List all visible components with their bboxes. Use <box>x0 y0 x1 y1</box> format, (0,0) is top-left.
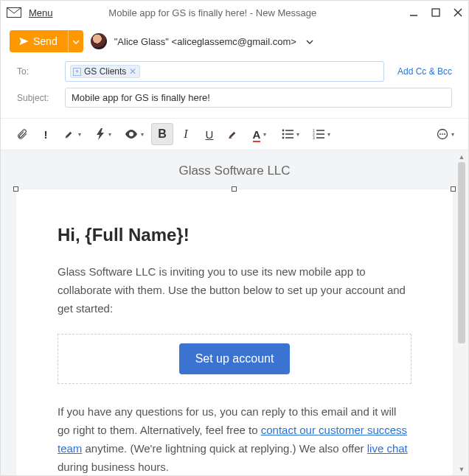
vertical-scrollbar[interactable]: ▲ ▼ <box>456 152 467 475</box>
brush-red-icon <box>227 128 239 140</box>
sender-dropdown[interactable] <box>306 36 313 47</box>
scrollbar-thumb[interactable] <box>458 162 465 343</box>
header-fields: To: + GS Clients ✕ Add Cc & Bcc Subject: <box>1 61 468 118</box>
remove-chip-icon[interactable]: ✕ <box>129 66 136 77</box>
italic-button[interactable]: I <box>175 123 197 145</box>
send-icon <box>18 36 29 46</box>
scroll-down-button[interactable]: ▼ <box>456 464 467 475</box>
svg-rect-6 <box>229 138 232 139</box>
svg-rect-8 <box>285 130 293 131</box>
svg-point-20 <box>440 133 441 135</box>
svg-rect-12 <box>285 137 293 139</box>
company-header: Glass Software LLC <box>1 150 468 189</box>
body-paragraph-1[interactable]: Glass Software LLC is inviting you to us… <box>58 263 411 318</box>
svg-rect-18 <box>316 137 324 139</box>
to-label: To: <box>17 66 58 77</box>
underline-button[interactable]: U <box>198 123 220 145</box>
live-chat-link[interactable]: live chat <box>367 442 408 455</box>
chevron-down-icon: ▾ <box>327 131 330 138</box>
send-row: Send "Alice Glass" <aliceglassemc@gmail.… <box>1 24 468 61</box>
setup-account-button[interactable]: Set up account <box>179 343 291 374</box>
format-toolbar: ! ▾ ▾ ▾ B I U A ▾ ▾ 123 ▾ ▾ <box>1 118 468 150</box>
italic-icon: I <box>184 127 187 141</box>
window-title: Mobile app for GS is finally here! - New… <box>16 7 409 18</box>
subject-label: Subject: <box>17 93 58 103</box>
minimize-button[interactable] <box>409 8 418 17</box>
numbered-list-button[interactable]: 123 ▾ <box>308 123 337 145</box>
to-input[interactable]: + GS Clients ✕ <box>65 61 384 82</box>
svg-rect-14 <box>316 130 324 131</box>
svg-point-9 <box>282 133 285 136</box>
priority-button[interactable]: ! <box>35 123 57 145</box>
bold-icon: B <box>158 127 167 141</box>
sender-identity[interactable]: "Alice Glass" <aliceglassemc@gmail.com> <box>114 36 314 47</box>
svg-point-11 <box>282 137 285 139</box>
titlebar: Menu Mobile app for GS is finally here! … <box>1 1 468 24</box>
chevron-down-icon: ▾ <box>108 131 111 138</box>
bullet-list-button[interactable]: ▾ <box>277 123 306 145</box>
text-run: anytime. (We're lightning quick at reply… <box>82 442 366 455</box>
selection-handle[interactable] <box>232 186 237 192</box>
brush-icon <box>63 128 75 140</box>
close-button[interactable] <box>454 8 462 17</box>
email-body-block[interactable]: Hi, {Full Name}! Glass Software LLC is i… <box>15 189 454 476</box>
maximize-button[interactable] <box>431 8 440 17</box>
svg-rect-5 <box>65 138 68 139</box>
text-run: during business hours. <box>58 461 169 473</box>
editor-canvas[interactable]: Glass Software LLC Hi, {Full Name}! Glas… <box>1 150 468 476</box>
eye-icon <box>125 130 138 139</box>
bullet-list-icon <box>282 129 293 139</box>
svg-text:3: 3 <box>313 136 315 139</box>
avatar <box>91 33 107 49</box>
cta-container[interactable]: Set up account <box>58 334 411 384</box>
quick-format-button[interactable]: ▾ <box>89 123 119 145</box>
expand-icon[interactable]: + <box>73 68 81 76</box>
selection-handle[interactable] <box>451 186 456 192</box>
recipient-chip[interactable]: + GS Clients ✕ <box>70 65 140 78</box>
font-color-icon: A <box>253 128 261 141</box>
numbered-list-icon: 123 <box>313 129 324 139</box>
send-dropdown[interactable] <box>68 30 83 52</box>
add-cc-bcc-link[interactable]: Add Cc & Bcc <box>397 66 452 77</box>
svg-point-21 <box>442 133 443 135</box>
highlight-button[interactable]: ▾ <box>58 123 88 145</box>
svg-rect-16 <box>316 133 324 135</box>
text-highlight-button[interactable] <box>222 123 244 145</box>
chevron-down-icon: ▾ <box>451 131 454 138</box>
send-label: Send <box>33 35 58 47</box>
chevron-down-icon: ▾ <box>141 131 144 138</box>
lightning-icon <box>95 128 105 140</box>
attach-button[interactable] <box>11 123 33 145</box>
exclamation-icon: ! <box>44 128 48 141</box>
chevron-down-icon: ▾ <box>78 131 81 138</box>
underline-icon: U <box>206 128 214 141</box>
sender-text: "Alice Glass" <aliceglassemc@gmail.com> <box>114 36 296 47</box>
chevron-down-icon: ▾ <box>263 131 266 138</box>
visibility-button[interactable]: ▾ <box>120 123 150 145</box>
more-button[interactable]: ▾ <box>431 123 461 145</box>
bold-button[interactable]: B <box>151 123 173 145</box>
scrollbar-track[interactable] <box>456 162 467 464</box>
body-paragraph-2[interactable]: If you have any questions for us, you ca… <box>58 403 411 476</box>
subject-input[interactable] <box>65 88 452 108</box>
send-button[interactable]: Send <box>10 30 68 52</box>
paperclip-icon <box>16 128 28 140</box>
svg-rect-2 <box>432 9 440 16</box>
selection-handle[interactable] <box>13 186 18 192</box>
chip-label: GS Clients <box>84 66 126 77</box>
svg-rect-10 <box>285 133 293 135</box>
chevron-down-icon: ▾ <box>296 131 299 138</box>
scroll-up-button[interactable]: ▲ <box>456 152 467 162</box>
more-icon <box>437 128 448 140</box>
svg-point-22 <box>444 133 445 135</box>
greeting-heading[interactable]: Hi, {Full Name}! <box>58 225 411 245</box>
svg-point-7 <box>282 130 285 132</box>
font-color-button[interactable]: A ▾ <box>246 123 275 145</box>
